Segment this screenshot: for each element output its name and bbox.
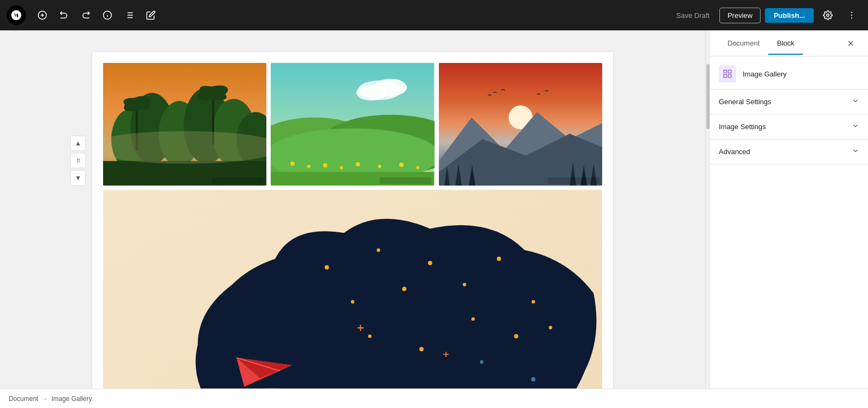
image-settings-header[interactable]: Image Settings [710, 114, 868, 139]
svg-point-81 [549, 326, 552, 329]
drag-handle[interactable]: ⠿ [71, 153, 86, 168]
svg-point-13 [851, 12, 852, 13]
editor-area[interactable]: ▲ ⠿ ▼ [0, 30, 705, 388]
svg-rect-41 [212, 177, 264, 184]
svg-point-80 [514, 334, 518, 339]
advanced-header[interactable]: Advanced [710, 139, 868, 164]
svg-point-74 [463, 283, 466, 286]
svg-point-47 [308, 165, 311, 168]
svg-point-50 [356, 162, 360, 167]
svg-point-79 [471, 317, 475, 321]
toolbar-icons [33, 5, 161, 25]
main-area: ▲ ⠿ ▼ [0, 30, 868, 388]
svg-point-52 [399, 163, 404, 167]
breadcrumb-current: Image Gallery [52, 395, 92, 403]
more-options-button[interactable] [842, 5, 861, 25]
accordion-image-settings: Image Settings [710, 114, 868, 139]
svg-point-51 [378, 165, 381, 168]
breadcrumb-document[interactable]: Document [9, 395, 39, 403]
accordion-advanced: Advanced [710, 139, 868, 164]
svg-point-77 [351, 300, 354, 303]
svg-point-40 [103, 131, 266, 164]
svg-rect-58 [380, 177, 431, 184]
general-settings-chevron [852, 97, 859, 106]
block-type-header: Image Gallery [710, 56, 868, 90]
sidebar-scrollbar-track[interactable] [706, 30, 710, 388]
svg-point-46 [290, 162, 295, 166]
preview-button[interactable]: Preview [719, 8, 761, 23]
block-type-icon [719, 65, 736, 82]
accordion-general-settings: General Settings [710, 90, 868, 114]
svg-point-76 [532, 300, 535, 303]
redo-button[interactable] [76, 5, 95, 25]
gallery-image-2[interactable] [271, 63, 434, 186]
move-up-button[interactable]: ▲ [71, 136, 86, 151]
add-block-button[interactable] [33, 5, 52, 25]
general-settings-header[interactable]: General Settings [710, 90, 868, 114]
svg-point-85 [531, 377, 535, 381]
gallery-image-4[interactable]: + + + [103, 190, 602, 388]
list-view-button[interactable] [119, 5, 139, 25]
settings-button[interactable] [818, 5, 838, 25]
svg-rect-96 [724, 75, 726, 78]
svg-point-72 [376, 248, 380, 252]
gallery-image-3[interactable] [439, 63, 602, 186]
publish-button[interactable]: Publish... [765, 8, 814, 23]
svg-point-75 [497, 257, 501, 261]
svg-rect-94 [724, 70, 726, 73]
sidebar-tabs: Document Block [710, 30, 868, 56]
svg-point-83 [419, 347, 424, 351]
svg-point-78 [402, 286, 406, 291]
undo-button[interactable] [54, 5, 74, 25]
advanced-chevron [852, 147, 859, 156]
svg-point-56 [356, 85, 387, 100]
move-down-button[interactable]: ▼ [71, 170, 86, 186]
top-toolbar: Save Draft Preview Publish... [0, 0, 868, 30]
tab-document[interactable]: Document [719, 33, 768, 55]
gallery-row-top [103, 63, 602, 186]
advanced-label: Advanced [719, 148, 750, 156]
svg-point-12 [827, 14, 829, 17]
tab-block[interactable]: Block [768, 33, 803, 55]
top-bar-right: Save Draft Preview Publish... [671, 5, 861, 25]
svg-point-49 [340, 166, 343, 169]
image-settings-chevron [852, 122, 859, 131]
svg-point-48 [323, 163, 328, 168]
svg-point-73 [428, 261, 432, 265]
bottom-bar: Document → Image Gallery [0, 388, 868, 408]
sidebar: Document Block [705, 30, 868, 388]
general-settings-label: General Settings [719, 98, 771, 106]
save-draft-button[interactable]: Save Draft [671, 8, 715, 23]
edit-button[interactable] [141, 5, 161, 25]
gallery-image-1[interactable] [103, 63, 266, 186]
svg-text:+: + [443, 348, 449, 360]
svg-point-71 [324, 265, 329, 270]
svg-text:+: + [357, 321, 364, 335]
wp-logo[interactable] [7, 5, 26, 25]
block-move-controls: ▲ ⠿ ▼ [71, 136, 86, 186]
editor-canvas: ▲ ⠿ ▼ [92, 52, 613, 388]
info-button[interactable] [98, 5, 117, 25]
svg-point-82 [368, 334, 372, 337]
block-type-label: Image Gallery [743, 70, 787, 78]
svg-point-53 [417, 166, 420, 169]
breadcrumb-separator: → [42, 395, 48, 403]
gallery-block: + + + [92, 52, 613, 388]
svg-point-15 [851, 17, 852, 18]
image-settings-label: Image Settings [719, 123, 766, 131]
svg-point-84 [480, 360, 483, 364]
sidebar-close-button[interactable] [842, 35, 859, 52]
svg-rect-95 [729, 70, 731, 73]
sidebar-scrollbar-thumb[interactable] [706, 64, 710, 129]
svg-rect-69 [548, 177, 599, 184]
svg-rect-97 [729, 75, 731, 78]
svg-point-14 [851, 15, 852, 16]
sidebar-content: Image Gallery General Settings [710, 56, 868, 388]
